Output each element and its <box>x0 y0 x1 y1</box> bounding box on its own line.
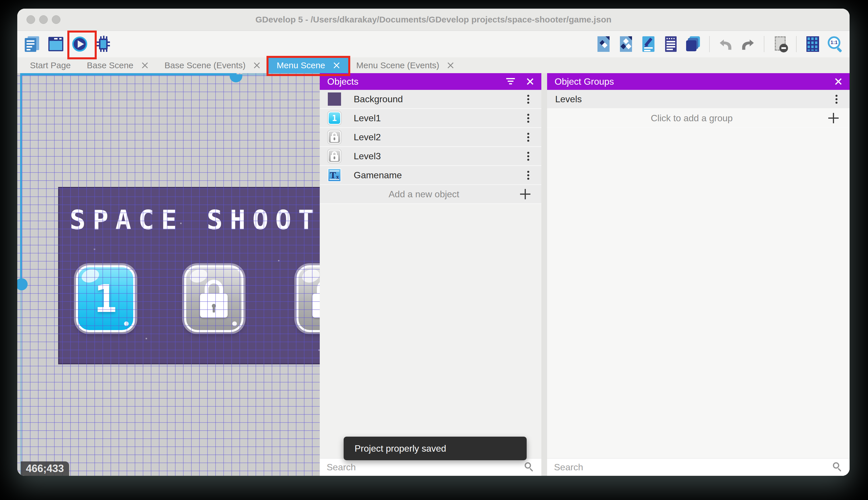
debug-icon[interactable] <box>95 36 112 53</box>
object-menu-icon[interactable] <box>527 174 529 176</box>
object-menu-icon[interactable] <box>527 155 529 157</box>
search-icon <box>524 462 535 473</box>
group-row-levels[interactable]: Levels <box>547 90 849 109</box>
objects-editor-icon[interactable] <box>595 36 612 53</box>
objects-panel-header: Objects <box>320 73 541 90</box>
toggle-grid-icon[interactable] <box>804 36 821 53</box>
close-tab-icon[interactable] <box>141 61 149 69</box>
tab-menu-scene-events[interactable]: Menu Scene (Events) <box>348 57 462 73</box>
tab-label: Menu Scene (Events) <box>356 60 439 70</box>
objects-panel-title: Objects <box>327 76 495 87</box>
level1-digit: 1 <box>94 276 117 321</box>
tab-start-page[interactable]: Start Page <box>22 57 79 73</box>
object-label: Level2 <box>354 132 515 143</box>
app-window: GDevelop 5 - /Users/dkarakay/Documents/G… <box>17 9 849 476</box>
object-row-gamename[interactable]: Tx Gamename <box>320 166 541 185</box>
object-label: Background <box>354 94 515 104</box>
add-group-row[interactable]: Click to add a group <box>547 109 849 128</box>
object-row-level1[interactable]: 1 Level1 <box>320 109 541 128</box>
group-label: Levels <box>555 94 823 104</box>
scene-resize-handle-top[interactable] <box>230 74 242 82</box>
level3-thumbnail <box>328 149 341 163</box>
object-menu-icon[interactable] <box>527 117 529 119</box>
objects-search-input[interactable] <box>326 462 519 473</box>
object-groups-panel: Object Groups Levels Click to add a grou… <box>547 73 849 476</box>
close-tab-icon[interactable] <box>447 61 454 69</box>
tab-label: Base Scene <box>87 60 133 70</box>
objects-search-bar <box>320 458 541 476</box>
panel-divider <box>541 73 547 476</box>
level1-thumbnail: 1 <box>328 112 341 125</box>
scene-window-border-top <box>20 73 237 76</box>
object-label: Gamename <box>354 170 515 181</box>
tab-label: Base Scene (Events) <box>165 60 246 70</box>
properties-icon[interactable] <box>640 36 657 53</box>
toast-message: Project properly saved <box>354 443 446 454</box>
object-label: Level3 <box>354 151 515 162</box>
objects-panel: Objects Background 1 Level1 Level2 <box>320 73 541 476</box>
tab-menu-scene[interactable]: Menu Scene <box>269 57 348 73</box>
scene-editor-icon[interactable] <box>48 36 64 53</box>
tab-base-scene-events[interactable]: Base Scene (Events) <box>156 57 269 73</box>
level2-button-instance[interactable] <box>184 265 244 332</box>
lock-icon <box>312 280 320 318</box>
plus-icon[interactable] <box>828 113 838 123</box>
lock-icon <box>200 280 228 318</box>
background-thumbnail <box>328 92 341 106</box>
tab-base-scene[interactable]: Base Scene <box>79 57 156 73</box>
zoom-original-icon[interactable]: 1:1 <box>826 36 843 53</box>
level1-button-instance[interactable]: 1 <box>76 265 135 332</box>
close-panel-icon[interactable] <box>526 78 534 86</box>
scene-window-border-left-faded <box>20 284 22 476</box>
window-mask-icon[interactable] <box>772 36 788 53</box>
close-tab-icon[interactable] <box>333 61 340 69</box>
game-title-text-object[interactable]: SPACE SHOOTER <box>59 205 320 236</box>
object-groups-editor-icon[interactable] <box>618 36 634 53</box>
background-object-instance[interactable]: SPACE SHOOTER 1 <box>58 187 320 364</box>
object-row-level3[interactable]: Level3 <box>320 147 541 166</box>
toolbar-right-group: 1:1 <box>595 31 843 57</box>
object-menu-icon[interactable] <box>527 136 529 138</box>
object-row-background[interactable]: Background <box>320 90 541 109</box>
object-row-level2[interactable]: Level2 <box>320 128 541 147</box>
level2-thumbnail <box>328 130 341 144</box>
objects-panel-empty-area <box>320 204 541 458</box>
toolbar-separator <box>709 36 710 52</box>
object-groups-empty-area <box>547 128 849 458</box>
close-tab-icon[interactable] <box>253 61 260 69</box>
group-menu-icon[interactable] <box>835 98 837 100</box>
undo-icon[interactable] <box>717 36 734 53</box>
gamename-thumbnail: Tx <box>328 169 341 182</box>
toolbar-left-group <box>17 36 112 53</box>
titlebar: GDevelop 5 - /Users/dkarakay/Documents/G… <box>17 9 849 31</box>
add-object-label: Add a new object <box>328 189 520 200</box>
scene-resize-handle-left[interactable] <box>17 278 28 290</box>
add-object-row[interactable]: Add a new object <box>320 185 541 204</box>
scene-window-border-left <box>20 73 22 284</box>
object-groups-panel-title: Object Groups <box>554 76 823 87</box>
scene-canvas[interactable]: SPACE SHOOTER 1 <box>17 73 320 476</box>
object-groups-panel-header: Object Groups <box>547 73 849 90</box>
scene-window-border-top-faded <box>242 73 320 76</box>
cursor-coordinates-badge: 466;433 <box>21 462 69 476</box>
object-label: Level1 <box>354 113 515 124</box>
layers-editor-icon[interactable] <box>685 36 702 53</box>
close-panel-icon[interactable] <box>834 78 842 86</box>
play-preview-icon[interactable] <box>71 36 88 53</box>
tab-label: Menu Scene <box>277 60 325 70</box>
main-area: SPACE SHOOTER 1 <box>17 73 849 476</box>
toolbar-separator <box>764 36 764 52</box>
toolbar: 1:1 <box>17 31 849 57</box>
instances-list-icon[interactable] <box>662 36 679 53</box>
redo-icon[interactable] <box>740 36 756 53</box>
search-icon <box>832 462 843 473</box>
object-groups-search-input[interactable] <box>553 462 828 473</box>
level3-button-instance[interactable] <box>296 265 320 332</box>
filter-icon[interactable] <box>506 78 515 85</box>
object-menu-icon[interactable] <box>527 98 529 100</box>
add-group-label: Click to add a group <box>555 113 828 124</box>
save-toast: Project properly saved <box>344 436 527 460</box>
plus-icon[interactable] <box>520 189 530 199</box>
project-manager-icon[interactable] <box>24 36 41 53</box>
toolbar-separator <box>796 36 797 52</box>
